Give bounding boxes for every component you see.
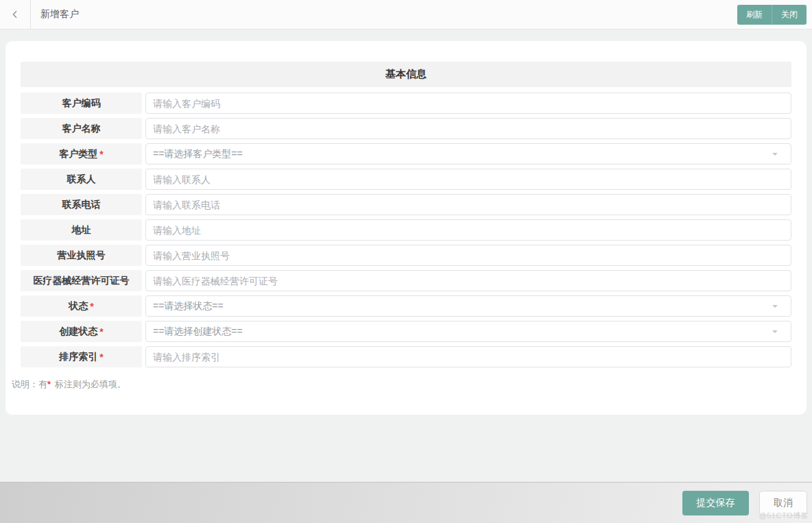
field-cell-contact-phone [145, 194, 791, 215]
contact-person-input[interactable] [145, 169, 791, 190]
field-cell-status: ==请选择状态==▼ [145, 295, 791, 317]
field-cell-address [145, 219, 791, 241]
select-value: ==请选择创建状态== [153, 326, 772, 338]
form-rows: 客户编码客户名称客户类型*==请选择客户类型==▼联系人联系电话地址营业执照号医… [21, 93, 791, 367]
field-cell-create-status: ==请选择创建状态==▼ [145, 321, 791, 342]
form-row-status: 状态*==请选择状态==▼ [21, 295, 791, 317]
business-license-input[interactable] [145, 245, 791, 266]
field-label-text: 联系人 [67, 173, 96, 186]
status-select[interactable]: ==请选择状态==▼ [145, 295, 791, 317]
sort-index-input[interactable] [145, 346, 791, 367]
form-row-medical-device-license: 医疗器械经营许可证号 [21, 270, 791, 291]
watermark: @51CTO博客 [759, 511, 809, 521]
form-row-business-license: 营业执照号 [21, 245, 791, 266]
form-row-address: 地址 [21, 219, 791, 241]
customer-name-input[interactable] [145, 118, 791, 139]
field-label-text: 客户编码 [62, 97, 101, 110]
close-button[interactable]: 关闭 [772, 5, 807, 25]
field-cell-medical-device-license [145, 270, 791, 291]
field-label-text: 客户名称 [62, 123, 101, 135]
field-cell-customer-name [145, 118, 791, 139]
header-divider [30, 0, 31, 29]
address-input[interactable] [145, 219, 791, 241]
field-label-text: 医疗器械经营许可证号 [34, 275, 130, 287]
required-asterisk: * [90, 301, 93, 312]
chevron-down-icon: ▼ [771, 151, 779, 157]
form-row-customer-code: 客户编码 [21, 93, 791, 114]
field-cell-business-license [145, 245, 791, 266]
field-label-medical-device-license: 医疗器械经营许可证号 [21, 270, 142, 291]
field-cell-customer-type: ==请选择客户类型==▼ [145, 143, 791, 165]
chevron-down-icon: ▼ [771, 329, 779, 335]
field-label-customer-name: 客户名称 [21, 118, 142, 139]
select-value: ==请选择状态== [153, 300, 772, 313]
field-label-text: 客户类型 [59, 148, 97, 160]
note-suffix: 标注则为必填项。 [52, 379, 126, 389]
required-note: 说明：有* 标注则为必填项。 [12, 378, 791, 391]
form-row-customer-type: 客户类型*==请选择客户类型==▼ [21, 143, 791, 165]
field-label-text: 联系电话 [62, 199, 101, 211]
required-asterisk: * [99, 352, 103, 363]
required-asterisk: * [99, 326, 103, 337]
field-cell-contact-person [145, 169, 791, 190]
field-label-contact-phone: 联系电话 [21, 194, 142, 215]
field-label-text: 状态 [69, 300, 88, 313]
field-label-address: 地址 [21, 219, 142, 241]
field-label-customer-type: 客户类型* [21, 143, 142, 165]
required-asterisk: * [99, 149, 103, 160]
form-section-title: 基本信息 [21, 62, 791, 87]
field-label-text: 地址 [72, 224, 91, 236]
field-label-business-license: 营业执照号 [21, 245, 142, 266]
field-label-text: 营业执照号 [58, 250, 106, 262]
refresh-button[interactable]: 刷新 [737, 5, 772, 25]
page-title: 新增客户 [40, 8, 79, 21]
field-label-contact-person: 联系人 [21, 169, 142, 190]
field-label-create-status: 创建状态* [21, 321, 142, 342]
back-button[interactable] [0, 0, 30, 29]
field-label-text: 排序索引 [59, 351, 97, 363]
footer-bar: 提交保存 取消 [0, 482, 812, 523]
field-label-customer-code: 客户编码 [21, 93, 142, 114]
page-header: 新增客户 刷新 关闭 [0, 0, 812, 29]
field-label-status: 状态* [21, 295, 142, 317]
field-label-sort-index: 排序索引* [21, 346, 142, 367]
form-row-contact-phone: 联系电话 [21, 194, 791, 215]
create-status-select[interactable]: ==请选择创建状态==▼ [145, 321, 791, 342]
required-asterisk: * [47, 379, 51, 389]
form-card: 基本信息 客户编码客户名称客户类型*==请选择客户类型==▼联系人联系电话地址营… [5, 41, 807, 415]
note-prefix: 说明：有 [12, 379, 47, 389]
customer-type-select[interactable]: ==请选择客户类型==▼ [145, 143, 791, 165]
form-row-contact-person: 联系人 [21, 169, 791, 190]
form-row-sort-index: 排序索引* [21, 346, 791, 367]
header-actions: 刷新 关闭 [737, 5, 807, 25]
chevron-down-icon: ▼ [771, 304, 779, 309]
field-label-text: 创建状态 [59, 326, 97, 338]
submit-button[interactable]: 提交保存 [682, 491, 749, 515]
contact-phone-input[interactable] [145, 194, 791, 215]
customer-code-input[interactable] [145, 93, 791, 114]
field-cell-sort-index [145, 346, 791, 367]
form-row-customer-name: 客户名称 [21, 118, 791, 139]
field-cell-customer-code [145, 93, 791, 114]
form-row-create-status: 创建状态*==请选择创建状态==▼ [21, 321, 791, 342]
medical-device-license-input[interactable] [145, 270, 791, 291]
chevron-left-icon [10, 9, 21, 20]
select-value: ==请选择客户类型== [153, 148, 772, 160]
